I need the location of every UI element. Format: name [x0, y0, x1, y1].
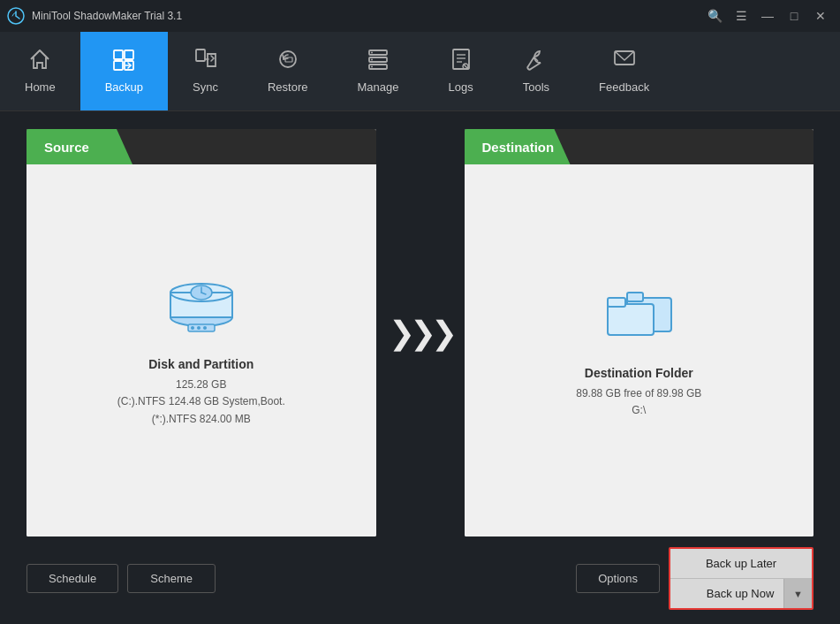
destination-free: 89.88 GB free of 89.98 GB	[576, 385, 701, 402]
source-body[interactable]: Disk and Partition 125.28 GB (C:).NTFS 1…	[26, 164, 376, 536]
source-disk-detail2: (*:).NTFS 824.00 MB	[152, 411, 251, 428]
destination-path: G:\	[632, 402, 646, 419]
options-button[interactable]: Options	[576, 564, 660, 593]
destination-panel: Destination Destination Folder 89.88 GB …	[465, 129, 814, 536]
maximize-button[interactable]: □	[782, 4, 806, 28]
nav-sync-label: Sync	[193, 80, 218, 94]
logs-icon	[449, 47, 473, 75]
bottom-row: Schedule Scheme Options Back up Later Ba…	[26, 547, 814, 610]
backup-now-row: Back up Now ▼	[670, 579, 812, 608]
svg-point-12	[371, 58, 373, 60]
svg-rect-34	[608, 304, 654, 335]
nav-manage-label: Manage	[358, 80, 399, 94]
panels-row: Source	[26, 129, 814, 536]
window-title: MiniTool ShadowMaker Trial 3.1	[32, 10, 702, 22]
menu-button[interactable]: ☰	[729, 4, 753, 28]
app-logo	[7, 7, 25, 25]
nav-logs-label: Logs	[448, 80, 473, 94]
close-button[interactable]: ✕	[808, 4, 833, 28]
nav-feedback[interactable]: Feedback	[574, 32, 674, 110]
destination-body[interactable]: Destination Folder 89.88 GB free of 89.9…	[465, 164, 814, 536]
source-title: Source	[41, 140, 89, 155]
backup-now-button[interactable]: Back up Now	[670, 579, 783, 608]
svg-rect-33	[627, 293, 643, 301]
search-button[interactable]: 🔍	[702, 4, 727, 28]
nav-home-label: Home	[25, 80, 56, 94]
svg-point-13	[371, 65, 373, 67]
backup-button-group: Back up Later Back up Now ▼	[669, 547, 814, 610]
svg-point-11	[371, 51, 373, 53]
svg-rect-35	[608, 298, 625, 307]
svg-rect-14	[453, 49, 469, 69]
svg-rect-5	[196, 49, 205, 61]
nav-manage[interactable]: Manage	[333, 32, 424, 110]
nav-tools-label: Tools	[523, 80, 549, 94]
folder-icon	[599, 282, 678, 352]
direction-arrows: ❯❯❯	[389, 315, 452, 352]
nav-backup-label: Backup	[105, 80, 143, 94]
svg-rect-3	[114, 61, 123, 70]
svg-rect-2	[125, 50, 133, 59]
backup-icon	[111, 47, 136, 75]
source-disk-detail1: (C:).NTFS 124.48 GB System,Boot.	[117, 393, 285, 410]
svg-point-31	[203, 326, 207, 330]
tools-icon	[524, 47, 549, 75]
nav-backup[interactable]: Backup	[80, 32, 168, 110]
source-disk-title: Disk and Partition	[148, 357, 254, 371]
backup-now-dropdown[interactable]: ▼	[783, 579, 812, 608]
home-icon	[27, 47, 52, 75]
bottom-right-buttons: Options Back up Later Back up Now ▼	[576, 547, 814, 610]
backup-later-button[interactable]: Back up Later	[670, 549, 812, 579]
svg-point-29	[191, 326, 194, 330]
svg-point-6	[280, 51, 296, 67]
nav-restore[interactable]: Restore	[243, 32, 333, 110]
scheme-button[interactable]: Scheme	[127, 564, 216, 593]
navbar: Home Backup Sync	[0, 32, 840, 111]
restore-icon	[276, 47, 300, 75]
manage-icon	[366, 47, 390, 75]
nav-home[interactable]: Home	[0, 32, 80, 110]
nav-restore-label: Restore	[268, 80, 308, 94]
minimize-button[interactable]: —	[755, 4, 780, 28]
destination-folder-title: Destination Folder	[585, 366, 693, 380]
source-header: Source	[26, 129, 376, 164]
feedback-icon	[612, 47, 637, 75]
titlebar: MiniTool ShadowMaker Trial 3.1 🔍 ☰ — □ ✕	[0, 0, 840, 32]
source-panel: Source	[26, 129, 376, 536]
schedule-button[interactable]: Schedule	[26, 564, 118, 593]
destination-header: Destination	[465, 129, 814, 164]
nav-feedback-label: Feedback	[599, 80, 649, 94]
main-content: Source	[0, 111, 840, 624]
source-disk-size: 125.28 GB	[176, 377, 226, 393]
arrow-area: ❯❯❯	[376, 129, 465, 536]
destination-title: Destination	[479, 140, 555, 155]
nav-logs[interactable]: Logs	[423, 32, 497, 110]
nav-sync[interactable]: Sync	[168, 32, 243, 110]
disk-icon	[162, 273, 241, 343]
bottom-left-buttons: Schedule Scheme	[26, 564, 576, 593]
svg-point-30	[197, 326, 201, 330]
svg-rect-1	[114, 50, 123, 59]
nav-tools[interactable]: Tools	[498, 32, 574, 110]
sync-icon	[193, 47, 218, 75]
window-controls: 🔍 ☰ — □ ✕	[702, 4, 833, 28]
